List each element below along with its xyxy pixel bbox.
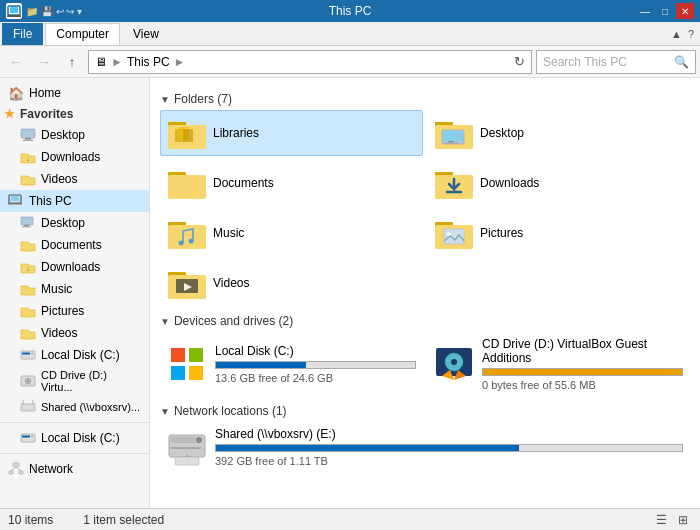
sidebar-item-music[interactable]: Music [0,278,149,300]
documents-label: Documents [213,176,274,190]
folder-item-pictures[interactable]: Pictures [427,210,690,256]
refresh-icon[interactable]: ↻ [514,54,525,69]
svg-rect-24 [13,463,19,467]
view-controls: ☰ ⊞ [652,511,692,529]
folder-item-downloads[interactable]: Downloads [427,160,690,206]
folders-arrow[interactable]: ▼ [160,94,170,105]
svg-rect-21 [21,434,35,442]
svg-rect-44 [168,175,206,199]
sidebar-item-desktop[interactable]: Desktop [0,212,149,234]
sidebar-item-pictures[interactable]: Pictures [0,300,149,322]
svg-rect-25 [9,471,13,474]
network-section-header: ▼ Network locations (1) [160,404,690,418]
folders-grid: Libraries Desktop [160,110,690,306]
help-icon[interactable]: ? [688,28,694,40]
svg-point-75 [196,437,202,443]
network-drive-free: 392 GB free of 1.11 TB [215,455,683,467]
sidebar-item-videos-pc[interactable]: Videos [0,322,149,344]
svg-rect-67 [189,366,203,380]
svg-point-53 [189,239,194,244]
app-icon [6,3,22,19]
cddrive-icon [20,373,36,389]
svg-rect-39 [443,131,463,141]
window-title: This PC [329,4,372,18]
sidebar-item-videos-fav[interactable]: Videos [0,168,149,190]
drive-c-label: Local Disk (C:) [215,344,416,358]
back-button[interactable]: ← [4,50,28,74]
folder-item-desktop[interactable]: Desktop [427,110,690,156]
address-bar[interactable]: 🖥 ► This PC ► ↻ [88,50,532,74]
folder-item-libraries[interactable]: Libraries [160,110,423,156]
search-placeholder: Search This PC [543,55,627,69]
network-items: Shared (\\vboxsrv) (E:) 392 GB free of 1… [160,422,690,472]
up-button[interactable]: ↑ [60,50,84,74]
collapse-ribbon-icon[interactable]: ▲ [671,28,682,40]
music-label: Music [213,226,244,240]
sidebar-section-favorites: ★ Favorites [0,104,149,124]
sidebar-item-documents[interactable]: Documents [0,234,149,256]
minimize-button[interactable]: — [636,3,654,19]
documents-icon [20,237,36,253]
drive-item-c[interactable]: Local Disk (C:) 13.6 GB free of 24.6 GB [160,332,423,396]
folder-item-videos[interactable]: Videos [160,260,423,306]
sidebar-item-localdisk-c[interactable]: Local Disk (C:) [0,344,149,366]
svg-rect-64 [171,348,185,362]
sidebar-item-localdisk-c2[interactable]: Local Disk (C:) [0,427,149,449]
videos-pc-icon [20,325,36,341]
downloads-folder-icon [434,165,474,201]
videos-fav-icon [20,171,36,187]
svg-text:↓: ↓ [26,265,30,272]
drives-grid: Local Disk (C:) 13.6 GB free of 24.6 GB [160,332,690,396]
title-bar: 📁 💾 ↩ ↪ ▾ This PC — □ ✕ [0,0,700,22]
large-icons-view-button[interactable]: ⊞ [674,511,692,529]
drives-arrow[interactable]: ▼ [160,316,170,327]
network-header-label: Network locations (1) [174,404,287,418]
drive-d-label: CD Drive (D:) VirtualBox Guest Additions [482,337,683,365]
sidebar-label-pictures: Pictures [41,304,84,318]
sidebar-item-home[interactable]: 🏠 Home [0,82,149,104]
forward-button[interactable]: → [32,50,56,74]
localdisk-c-icon [20,347,36,363]
desktop-label: Desktop [480,126,524,140]
sidebar-label-music: Music [41,282,72,296]
details-view-button[interactable]: ☰ [652,511,670,529]
sidebar-separator [0,422,149,423]
network-icon [8,461,24,477]
svg-rect-15 [22,353,30,355]
sidebar-label-home: Home [29,86,61,100]
close-button[interactable]: ✕ [676,3,694,19]
sidebar-item-cddrive[interactable]: CD Drive (D:) Virtu... [0,366,149,396]
window-controls[interactable]: — □ ✕ [636,3,694,19]
network-drive-fill [216,445,519,451]
svg-rect-8 [11,196,19,201]
sidebar-item-network[interactable]: Network [0,458,149,480]
drive-c-fill [216,362,306,368]
tab-view[interactable]: View [122,23,170,45]
svg-rect-9 [8,203,22,205]
drive-item-d[interactable]: CD Drive (D:) VirtualBox Guest Additions… [427,332,690,396]
pictures-icon [20,303,36,319]
svg-rect-51 [168,225,206,249]
drive-d-progress [482,368,683,376]
svg-rect-14 [21,351,35,359]
pictures-label: Pictures [480,226,523,240]
sidebar-item-downloads-fav[interactable]: ↓ Downloads [0,146,149,168]
folder-item-music[interactable]: Music [160,210,423,256]
sidebar-item-thispc[interactable]: This PC [0,190,149,212]
sidebar-item-desktop-fav[interactable]: Desktop [0,124,149,146]
network-drive-item[interactable]: Shared (\\vboxsrv) (E:) 392 GB free of 1… [160,422,690,472]
main-layout: 🏠 Home ★ Favorites Desktop ↓ Downloads V… [0,78,700,508]
maximize-button[interactable]: □ [656,3,674,19]
search-icon[interactable]: 🔍 [674,55,689,69]
videos-folder-icon [167,265,207,301]
tab-file[interactable]: File [2,23,43,45]
svg-point-19 [27,380,29,382]
network-drive-info: Shared (\\vboxsrv) (E:) 392 GB free of 1… [215,427,683,467]
sidebar-item-downloads[interactable]: ↓ Downloads [0,256,149,278]
network-arrow[interactable]: ▼ [160,406,170,417]
sidebar-item-shared[interactable]: Shared (\\vboxsrv)... [0,396,149,418]
tab-computer[interactable]: Computer [45,23,120,45]
search-bar[interactable]: Search This PC 🔍 [536,50,696,74]
drive-c-icon [167,344,207,384]
folder-item-documents[interactable]: Documents [160,160,423,206]
